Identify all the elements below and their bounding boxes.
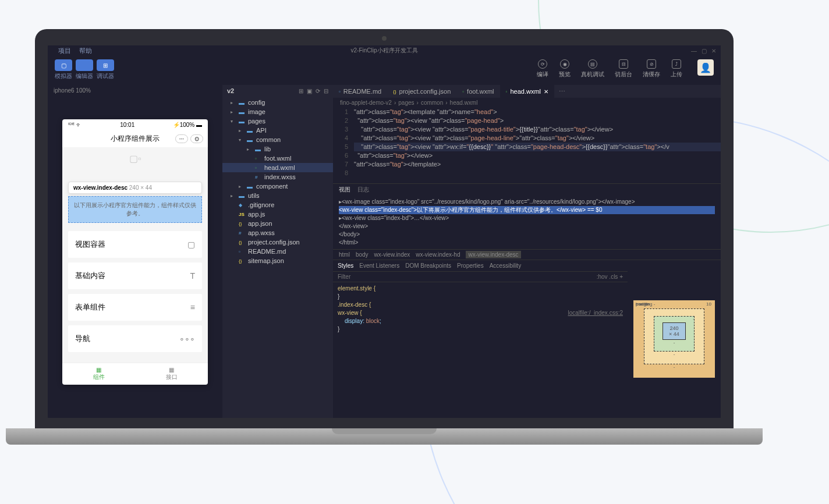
dom-breadcrumb: htmlbodywx-view.indexwx-view.index-hdwx-… [333,249,721,260]
dom-node[interactable]: <wx-view class="index-desc">以下将展示小程序官方组件… [339,206,715,214]
tree-item[interactable]: ▸▬image [222,107,333,116]
devtools-tab-view[interactable]: 视图 [339,186,350,194]
highlighted-element[interactable]: 以下用展示小程序官方组件能力，组件样式仅供参考。 [68,196,202,223]
editor-tab[interactable]: {}project.config.json [387,85,456,98]
styles-rules[interactable]: element.style {}.index-desc {</span></di… [333,282,628,336]
tab-overflow-icon[interactable]: ⋯ [554,86,570,98]
status-time: 10:01 [120,122,134,128]
devtools-panel: 视图 日志 ▸<wx-image class="index-logo" src=… [333,183,721,418]
list-item[interactable]: 视图容器▢ [68,231,202,258]
signal-icon: ᴵᴰᴱ ᯤ [68,122,82,128]
window-title: v2-FinClip小程序开发工具 [350,47,417,55]
editor-tab[interactable]: ▫head.wxml✕ [500,85,554,98]
breadcrumb-seg[interactable]: fino-applet-demo-v2 [340,100,392,106]
styles-filter-input[interactable]: Filter [338,274,350,280]
tree-item[interactable]: ◆.gitignore [222,200,333,210]
list-item-icon: ∘∘∘ [179,334,195,343]
tree-item[interactable]: {}project.config.json [222,237,333,247]
editor-tab[interactable]: ▫README.md [333,85,387,98]
tree-item[interactable]: ▸▬component [222,182,333,191]
styles-tab[interactable]: Styles [338,262,353,269]
tabbar-item[interactable]: ▦接口 [135,363,208,385]
mode-button-0[interactable]: ▢模拟器 [55,59,72,80]
action-button-0[interactable]: ⟳编译 [537,59,548,79]
dom-node[interactable]: ▸<wx-view class="index-bd">…</wx-view> [339,214,715,222]
minimize-icon[interactable]: — [691,48,697,54]
dom-tree[interactable]: ▸<wx-image class="index-logo" src="../re… [333,196,721,249]
devtools-tab-log[interactable]: 日志 [357,186,369,194]
mode-button-2[interactable]: ⊞调试器 [97,59,114,80]
tree-item[interactable]: ▫head.wxml [222,163,333,172]
page-title: 小程序组件展示 [111,134,160,144]
action-button-3[interactable]: ⊟切后台 [615,59,632,79]
styles-tab[interactable]: Accessibility [490,262,521,269]
capsule-close-icon[interactable]: ⊙ [190,134,203,143]
new-file-icon[interactable]: ⊞ [299,88,303,94]
tree-item[interactable]: #index.wxss [222,172,333,182]
inspect-tooltip: wx-view.index-desc 240 × 44 [68,182,202,194]
dom-crumb[interactable]: wx-view.index-hd [416,251,460,258]
tree-item[interactable]: ▫foot.wxml [222,154,333,163]
action-button-4[interactable]: ⊘清缓存 [643,59,660,79]
dom-crumb[interactable]: wx-view.index-desc [466,251,520,258]
dom-node[interactable]: </wx-view> [339,222,715,230]
list-item[interactable]: 基础内容T [68,262,202,289]
list-item-icon: T [190,271,195,281]
tree-item[interactable]: ▫README.md [222,247,333,256]
tree-item[interactable]: {}sitemap.json [222,256,333,265]
menu-project[interactable]: 项目 [58,47,71,55]
refresh-icon[interactable]: ⟳ [316,88,320,94]
toolbar: ▢模拟器编辑器⊞调试器 ⟳编译◉预览▤真机调试⊟切后台⊘清缓存⤴上传👤 [48,56,721,85]
styles-tab[interactable]: Event Listeners [359,262,399,269]
simulator-panel: iphone6 100% ᴵᴰᴱ ᯤ 10:01 ⚡100% ▬ 小程序组件展示 [48,85,222,418]
dom-node[interactable]: ▸<wx-image class="index-logo" src="../re… [339,198,715,206]
breadcrumb-seg[interactable]: common [421,100,443,106]
dom-node[interactable]: </body> [339,230,715,239]
styles-filter-actions[interactable]: :hov .cls + [597,274,623,280]
tree-item[interactable]: JSapp.js [222,210,333,219]
editor-area: ▫README.md{}project.config.json▫foot.wxm… [333,85,721,418]
tree-item[interactable]: ▾▬pages [222,116,333,126]
styles-tab[interactable]: Properties [457,262,484,269]
file-icon: {} [393,89,396,94]
maximize-icon[interactable]: ▢ [702,48,707,54]
breadcrumb-seg[interactable]: pages [398,100,414,106]
tree-item[interactable]: ▸▬lib [222,144,333,154]
placeholder-icon: ▢▫ [68,153,202,164]
styles-tab[interactable]: DOM Breakpoints [405,262,451,269]
dom-crumb[interactable]: html [339,251,350,258]
breadcrumb-seg[interactable]: head.wxml [450,100,478,106]
capsule-menu-icon[interactable]: ··· [175,134,188,143]
list-item[interactable]: 表单组件≡ [68,294,202,321]
window-controls: — ▢ ✕ [691,48,716,54]
new-folder-icon[interactable]: ▣ [307,88,312,94]
tree-item[interactable]: ▾▬common [222,135,333,144]
list-item[interactable]: 导航∘∘∘ [68,325,202,352]
code-editor[interactable]: 12345678 "attr">class="tag"><template "a… [333,108,721,183]
explorer-root[interactable]: v2 [227,87,234,94]
close-icon[interactable]: ✕ [711,48,716,54]
collapse-icon[interactable]: ⊟ [324,88,328,94]
dom-node[interactable]: </html> [339,239,715,247]
action-button-5[interactable]: ⤴上传 [671,59,682,79]
tab-close-icon[interactable]: ✕ [544,88,548,95]
file-icon: ▫ [506,89,508,94]
dom-crumb[interactable]: body [356,251,369,258]
breadcrumb: fino-applet-demo-v2›pages›common›head.wx… [333,98,721,108]
battery-icon: ⚡100% ▬ [173,122,202,128]
tabbar-item[interactable]: ▦组件 [62,363,135,385]
file-explorer: v2 ⊞ ▣ ⟳ ⊟ ▸▬config▸▬image▾▬pages▸▬API▾▬… [222,85,333,418]
action-button-2[interactable]: ▤真机调试 [581,59,604,79]
avatar[interactable]: 👤 [697,59,714,76]
dom-crumb[interactable]: wx-view.index [374,251,410,258]
menu-help[interactable]: 帮助 [79,47,92,55]
action-button-1[interactable]: ◉预览 [559,59,571,79]
list-item-icon: ▢ [187,240,195,249]
tree-item[interactable]: {}app.json [222,219,333,228]
tree-item[interactable]: ▸▬utils [222,191,333,200]
mode-button-1[interactable]: 编辑器 [76,59,93,80]
tree-item[interactable]: ▸▬API [222,126,333,135]
tree-item[interactable]: ▸▬config [222,98,333,107]
editor-tab[interactable]: ▫foot.wxml [456,85,499,98]
tree-item[interactable]: #app.wxss [222,228,333,237]
